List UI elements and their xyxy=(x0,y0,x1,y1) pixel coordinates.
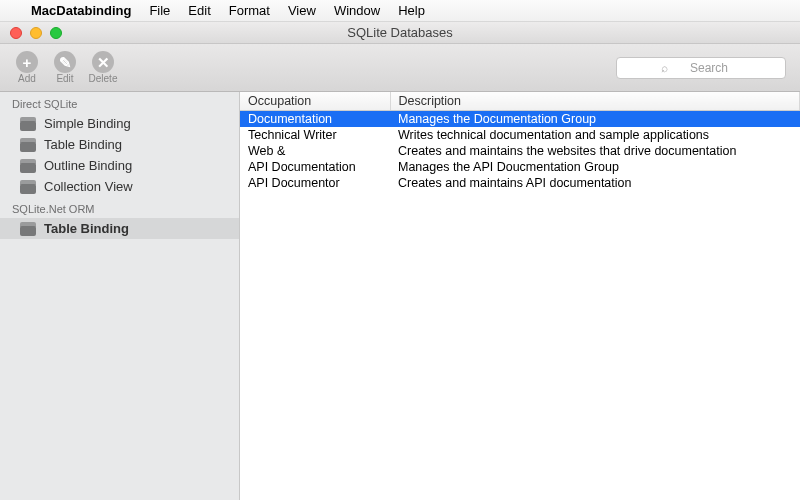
sidebar-item-label: Simple Binding xyxy=(44,116,131,131)
search-input[interactable] xyxy=(616,57,786,79)
drive-icon xyxy=(20,180,36,194)
minimize-window-button[interactable] xyxy=(30,27,42,39)
toolbar-buttons: +Add✎Edit✕Delete xyxy=(10,51,120,84)
sidebar-item-label: Collection View xyxy=(44,179,133,194)
menu-window[interactable]: Window xyxy=(325,3,389,18)
app-name-menu[interactable]: MacDatabinding xyxy=(22,3,140,18)
sidebar-group-header: SQLite.Net ORM xyxy=(0,197,239,218)
cell-occupation: Documentation xyxy=(240,111,390,128)
menu-edit[interactable]: Edit xyxy=(179,3,219,18)
delete-icon: ✕ xyxy=(92,51,114,73)
add-icon: + xyxy=(16,51,38,73)
cell-occupation: API Documentation xyxy=(240,159,390,175)
cell-description: Creates and maintains API documentation xyxy=(390,175,800,191)
search-field-wrap: ⌕ xyxy=(616,57,786,79)
sidebar-item-label: Table Binding xyxy=(44,137,122,152)
table-row[interactable]: Technical WriterWrites technical documen… xyxy=(240,127,800,143)
menu-help[interactable]: Help xyxy=(389,3,434,18)
window-title: SQLite Databases xyxy=(0,25,800,40)
toolbar: +Add✎Edit✕Delete ⌕ xyxy=(0,44,800,92)
column-header[interactable]: Description xyxy=(390,92,800,111)
sidebar: Direct SQLiteSimple BindingTable Binding… xyxy=(0,92,240,500)
data-table: OccupationDescription DocumentationManag… xyxy=(240,92,800,191)
main-split: Direct SQLiteSimple BindingTable Binding… xyxy=(0,92,800,500)
cell-description: Manages the Documentation Group xyxy=(390,111,800,128)
drive-icon xyxy=(20,159,36,173)
delete-button[interactable]: ✕Delete xyxy=(86,51,120,84)
sidebar-item[interactable]: Table Binding xyxy=(0,134,239,155)
sidebar-item[interactable]: Collection View xyxy=(0,176,239,197)
delete-label: Delete xyxy=(89,73,118,84)
column-header[interactable]: Occupation xyxy=(240,92,390,111)
menu-view[interactable]: View xyxy=(279,3,325,18)
drive-icon xyxy=(20,117,36,131)
drive-icon xyxy=(20,138,36,152)
close-window-button[interactable] xyxy=(10,27,22,39)
content-pane: OccupationDescription DocumentationManag… xyxy=(240,92,800,500)
titlebar: SQLite Databases xyxy=(0,22,800,44)
drive-icon xyxy=(20,222,36,236)
menu-format[interactable]: Format xyxy=(220,3,279,18)
sidebar-item-label: Outline Binding xyxy=(44,158,132,173)
edit-label: Edit xyxy=(56,73,73,84)
add-button[interactable]: +Add xyxy=(10,51,44,84)
cell-occupation: Web & xyxy=(240,143,390,159)
traffic-lights xyxy=(0,27,62,39)
cell-description: Creates and maintains the websites that … xyxy=(390,143,800,159)
menuitems-container: FileEditFormatViewWindowHelp xyxy=(140,3,433,18)
edit-button[interactable]: ✎Edit xyxy=(48,51,82,84)
cell-description: Writes technical documentation and sampl… xyxy=(390,127,800,143)
sidebar-item[interactable]: Simple Binding xyxy=(0,113,239,134)
menubar: MacDatabinding FileEditFormatViewWindowH… xyxy=(0,0,800,22)
sidebar-item[interactable]: Outline Binding xyxy=(0,155,239,176)
zoom-window-button[interactable] xyxy=(50,27,62,39)
table-row[interactable]: API DocumentorCreates and maintains API … xyxy=(240,175,800,191)
cell-occupation: API Documentor xyxy=(240,175,390,191)
table-row[interactable]: DocumentationManages the Documentation G… xyxy=(240,111,800,128)
add-label: Add xyxy=(18,73,36,84)
table-row[interactable]: API DocumentationManages the API Doucmen… xyxy=(240,159,800,175)
sidebar-item[interactable]: Table Binding xyxy=(0,218,239,239)
sidebar-group-header: Direct SQLite xyxy=(0,92,239,113)
cell-occupation: Technical Writer xyxy=(240,127,390,143)
sidebar-item-label: Table Binding xyxy=(44,221,129,236)
table-header-row: OccupationDescription xyxy=(240,92,800,111)
table-row[interactable]: Web &Creates and maintains the websites … xyxy=(240,143,800,159)
edit-icon: ✎ xyxy=(54,51,76,73)
cell-description: Manages the API Doucmentation Group xyxy=(390,159,800,175)
menu-file[interactable]: File xyxy=(140,3,179,18)
